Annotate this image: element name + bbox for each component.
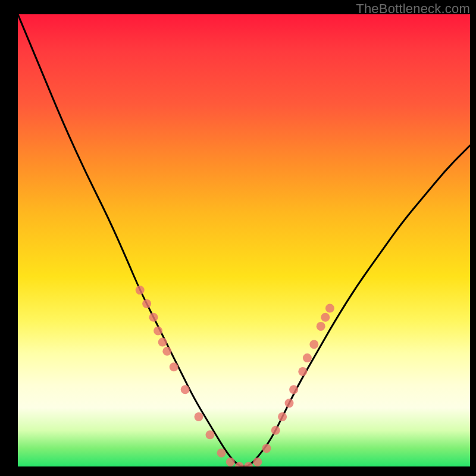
data-marker [181,385,190,394]
data-marker [162,347,171,356]
data-marker [170,362,178,371]
data-marker [226,458,235,466]
data-marker [158,338,167,347]
data-marker [285,399,294,408]
data-marker [217,449,226,458]
data-marker [149,313,158,322]
data-marker [142,299,151,308]
plot-area [18,14,470,466]
data-marker [298,367,307,376]
data-marker [309,340,318,349]
data-marker [253,458,262,466]
chart-frame: TheBottleneck.com [0,0,476,476]
data-marker [136,286,145,295]
marker-group [136,286,334,466]
data-marker [271,426,280,435]
chart-svg [18,14,470,466]
data-marker [262,444,271,453]
data-marker [289,385,298,394]
data-marker [154,327,162,336]
data-marker [317,322,325,331]
data-marker [206,430,215,439]
bottleneck-curve [18,14,470,466]
data-marker [325,304,334,313]
data-marker [321,313,330,322]
data-marker [303,353,312,362]
data-marker [278,412,287,421]
data-marker [195,412,203,421]
